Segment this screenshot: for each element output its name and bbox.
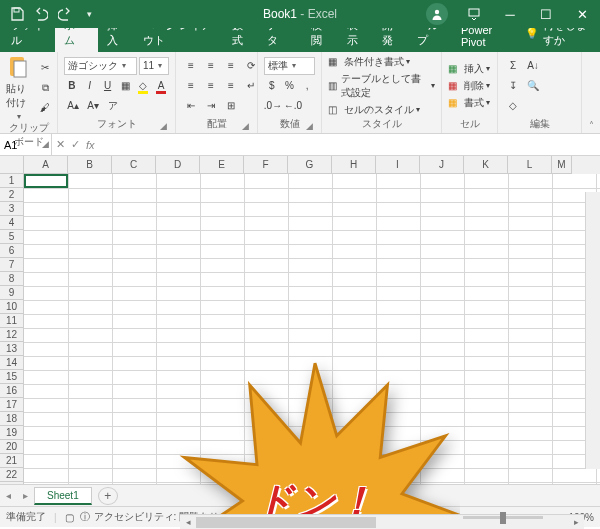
decrease-indent-icon[interactable]: ⇤ bbox=[182, 97, 200, 115]
scroll-left-icon[interactable]: ◂ bbox=[180, 517, 196, 527]
col-header[interactable]: E bbox=[200, 156, 244, 174]
dialog-launcher-icon[interactable]: ◢ bbox=[306, 121, 313, 131]
row-header[interactable]: 16 bbox=[0, 384, 24, 398]
fill-icon[interactable]: ↧ bbox=[504, 77, 522, 95]
align-bottom-icon[interactable]: ≡ bbox=[222, 57, 240, 75]
increase-decimal-icon[interactable]: .0→ bbox=[264, 97, 282, 115]
decrease-font-icon[interactable]: A▾ bbox=[84, 97, 102, 115]
increase-indent-icon[interactable]: ⇥ bbox=[202, 97, 220, 115]
row-header[interactable]: 20 bbox=[0, 440, 24, 454]
col-header[interactable]: B bbox=[68, 156, 112, 174]
cancel-formula-icon[interactable]: ✕ bbox=[56, 138, 65, 151]
sort-filter-icon[interactable]: A↓ bbox=[524, 57, 542, 75]
scroll-right-icon[interactable]: ▸ bbox=[568, 517, 584, 527]
row-header[interactable]: 15 bbox=[0, 370, 24, 384]
save-icon[interactable] bbox=[6, 3, 28, 25]
customize-qat-icon[interactable]: ▾ bbox=[78, 3, 100, 25]
format-as-table-button[interactable]: ▥テーブルとして書式設定 ▾ bbox=[328, 72, 435, 100]
paste-button[interactable]: 貼り付け ▾ bbox=[6, 54, 32, 121]
col-header[interactable]: A bbox=[24, 156, 68, 174]
dialog-launcher-icon[interactable]: ◢ bbox=[160, 121, 167, 131]
zoom-thumb[interactable] bbox=[500, 512, 506, 524]
increase-font-icon[interactable]: A▴ bbox=[64, 97, 82, 115]
row-header[interactable]: 23 bbox=[0, 482, 24, 484]
col-header[interactable]: D bbox=[156, 156, 200, 174]
align-top-icon[interactable]: ≡ bbox=[182, 57, 200, 75]
row-header[interactable]: 6 bbox=[0, 244, 24, 258]
col-header[interactable]: H bbox=[332, 156, 376, 174]
phonetic-icon[interactable]: ア bbox=[104, 97, 122, 115]
col-header[interactable]: I bbox=[376, 156, 420, 174]
format-painter-icon[interactable]: 🖌 bbox=[36, 99, 54, 117]
percent-icon[interactable]: % bbox=[282, 77, 298, 95]
cut-icon[interactable]: ✂ bbox=[36, 59, 54, 77]
row-header[interactable]: 8 bbox=[0, 272, 24, 286]
collapse-ribbon-icon[interactable]: ˄ bbox=[582, 52, 600, 133]
dialog-launcher-icon[interactable]: ◢ bbox=[42, 139, 49, 149]
undo-icon[interactable] bbox=[30, 3, 52, 25]
col-header[interactable]: C bbox=[112, 156, 156, 174]
fx-icon[interactable]: fx bbox=[86, 139, 95, 151]
row-header[interactable]: 10 bbox=[0, 300, 24, 314]
row-header[interactable]: 1 bbox=[0, 174, 24, 188]
dialog-launcher-icon[interactable]: ◢ bbox=[242, 121, 249, 131]
row-header[interactable]: 11 bbox=[0, 314, 24, 328]
close-button[interactable]: ✕ bbox=[564, 0, 600, 28]
accessibility-icon[interactable]: ⓘ bbox=[80, 510, 90, 524]
minimize-button[interactable]: ─ bbox=[492, 0, 528, 28]
delete-cells-button[interactable]: ▦削除 ▾ bbox=[448, 79, 490, 93]
conditional-formatting-button[interactable]: ▦条件付き書式 ▾ bbox=[328, 55, 435, 69]
align-middle-icon[interactable]: ≡ bbox=[202, 57, 220, 75]
col-header[interactable]: F bbox=[244, 156, 288, 174]
row-header[interactable]: 4 bbox=[0, 216, 24, 230]
underline-button[interactable]: U bbox=[100, 77, 116, 95]
row-header[interactable]: 7 bbox=[0, 258, 24, 272]
enter-formula-icon[interactable]: ✓ bbox=[71, 138, 80, 151]
col-header[interactable]: K bbox=[464, 156, 508, 174]
row-header[interactable]: 19 bbox=[0, 426, 24, 440]
row-header[interactable]: 21 bbox=[0, 454, 24, 468]
user-avatar[interactable] bbox=[426, 3, 448, 25]
row-header[interactable]: 18 bbox=[0, 412, 24, 426]
row-header[interactable]: 13 bbox=[0, 342, 24, 356]
sheet-tab[interactable]: Sheet1 bbox=[34, 487, 92, 505]
col-header[interactable]: L bbox=[508, 156, 552, 174]
align-left-icon[interactable]: ≡ bbox=[182, 77, 200, 95]
row-header[interactable]: 12 bbox=[0, 328, 24, 342]
row-header[interactable]: 17 bbox=[0, 398, 24, 412]
find-select-icon[interactable]: 🔍 bbox=[524, 77, 542, 95]
select-all-corner[interactable] bbox=[0, 156, 24, 174]
sheet-nav-prev-icon[interactable]: ◂ bbox=[0, 490, 17, 501]
row-header[interactable]: 14 bbox=[0, 356, 24, 370]
decrease-decimal-icon[interactable]: ←.0 bbox=[284, 97, 302, 115]
sheet-nav-next-icon[interactable]: ▸ bbox=[17, 490, 34, 501]
macro-record-icon[interactable]: ▢ bbox=[65, 512, 74, 523]
autosum-icon[interactable]: Σ bbox=[504, 57, 522, 75]
align-right-icon[interactable]: ≡ bbox=[222, 77, 240, 95]
row-header[interactable]: 9 bbox=[0, 286, 24, 300]
font-color-button[interactable]: A bbox=[153, 77, 169, 95]
col-header[interactable]: G bbox=[288, 156, 332, 174]
row-header[interactable]: 3 bbox=[0, 202, 24, 216]
cell-styles-button[interactable]: ◫セルのスタイル ▾ bbox=[328, 103, 435, 117]
maximize-button[interactable]: ☐ bbox=[528, 0, 564, 28]
font-size-combo[interactable]: 11▾ bbox=[139, 57, 169, 75]
font-name-combo[interactable]: 游ゴシック▾ bbox=[64, 57, 137, 75]
row-header[interactable]: 22 bbox=[0, 468, 24, 482]
ribbon-options-icon[interactable] bbox=[456, 0, 492, 28]
zoom-slider[interactable] bbox=[463, 516, 543, 519]
comma-icon[interactable]: , bbox=[299, 77, 315, 95]
fill-color-button[interactable]: ◇ bbox=[135, 77, 151, 95]
cells-area[interactable] bbox=[24, 174, 600, 484]
copy-icon[interactable]: ⧉ bbox=[36, 79, 54, 97]
format-cells-button[interactable]: ▦書式 ▾ bbox=[448, 96, 490, 110]
italic-button[interactable]: I bbox=[82, 77, 98, 95]
insert-cells-button[interactable]: ▦挿入 ▾ bbox=[448, 62, 490, 76]
scrollbar-thumb[interactable] bbox=[196, 517, 376, 528]
vertical-scrollbar[interactable] bbox=[585, 192, 600, 469]
row-header[interactable]: 2 bbox=[0, 188, 24, 202]
col-header[interactable]: M bbox=[552, 156, 572, 174]
align-center-icon[interactable]: ≡ bbox=[202, 77, 220, 95]
currency-icon[interactable]: $ bbox=[264, 77, 280, 95]
border-button[interactable]: ▦ bbox=[117, 77, 133, 95]
